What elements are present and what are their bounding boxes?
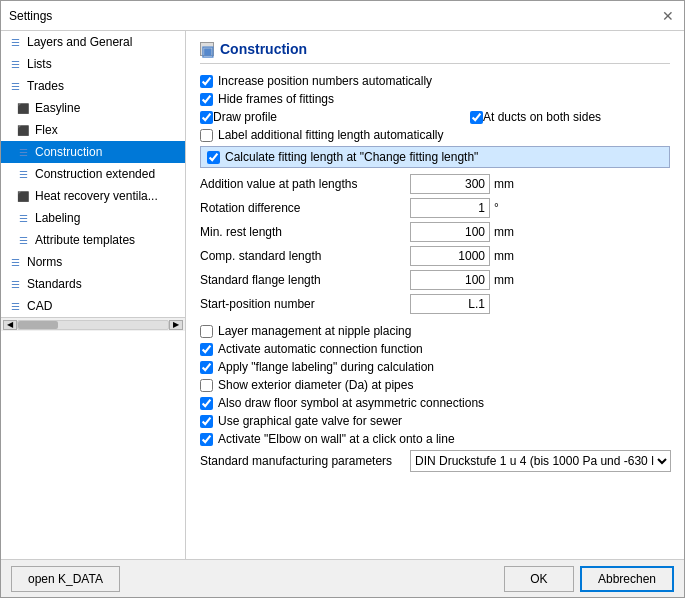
cb2-input[interactable] [200,93,213,106]
settings-window: Settings ✕ ☰Layers and General☰Lists☰Tra… [0,0,685,598]
cb11-input[interactable] [200,415,213,428]
sidebar-item-standards[interactable]: ☰Standards [1,273,185,295]
cb11-label: Use graphical gate valve for sewer [218,414,402,428]
cb3b-label: At ducts on both sides [483,110,601,124]
panel-title: ▣ Construction [200,41,670,64]
sidebar-icon-easyline: ⬛ [15,100,31,116]
sidebar-scrollbar[interactable]: ◀ ▶ [1,317,185,331]
open-kdata-button[interactable]: open K_DATA [11,566,120,592]
cb9-input[interactable] [200,379,213,392]
value-input-vr3[interactable] [410,222,490,242]
cb3-input[interactable] [200,111,213,124]
sidebar: ☰Layers and General☰Lists☰Trades⬛Easylin… [1,31,186,559]
sidebar-icon-cad: ☰ [7,298,23,314]
sidebar-label-easyline: Easyline [35,101,80,115]
at-ducts-right: At ducts on both sides [470,110,601,124]
cb2-label: Hide frames of fittings [218,92,334,106]
sidebar-item-heat-recovery[interactable]: ⬛Heat recovery ventila... [1,185,185,207]
scrollbar-right-btn[interactable]: ▶ [169,320,183,330]
sidebar-icon-trades: ☰ [7,78,23,94]
sidebar-item-layers-general[interactable]: ☰Layers and General [1,31,185,53]
sidebar-label-flex: Flex [35,123,58,137]
sidebar-item-norms[interactable]: ☰Norms [1,251,185,273]
value-input-vr4[interactable] [410,246,490,266]
value-row-label-vr5: Standard flange length [200,273,410,287]
value-unit-vr5: mm [494,273,514,287]
sidebar-label-construction: Construction [35,145,102,159]
sidebar-label-standards: Standards [27,277,82,291]
scrollbar-track[interactable] [17,320,169,330]
sidebar-icon-flex: ⬛ [15,122,31,138]
cb1-input[interactable] [200,75,213,88]
sidebar-icon-attribute-templates: ☰ [15,232,31,248]
sidebar-item-cad[interactable]: ☰CAD [1,295,185,317]
checkbox-row-cb11: Use graphical gate valve for sewer [200,414,670,428]
sidebar-item-attribute-templates[interactable]: ☰Attribute templates [1,229,185,251]
title-bar: Settings ✕ [1,1,684,31]
cb6-label: Layer management at nipple placing [218,324,411,338]
value-unit-vr1: mm [494,177,514,191]
highlight-row: Calculate fitting length at "Change fitt… [200,146,670,168]
sidebar-label-construction-extended: Construction extended [35,167,155,181]
draw-profile-left: Draw profile [200,110,450,124]
checkbox-row-4: Label additional fitting length automati… [200,128,670,142]
sidebar-icon-construction-extended: ☰ [15,166,31,182]
cb12-input[interactable] [200,433,213,446]
value-row-vr2: Rotation difference ° [200,198,670,218]
value-row-vr1: Addition value at path lengths mm [200,174,670,194]
checkbox-inline-pair: Draw profile At ducts on both sides [200,110,670,124]
sidebar-icon-layers-general: ☰ [7,34,23,50]
checkbox-row-cb8: Apply "flange labeling" during calculati… [200,360,670,374]
cb4-input[interactable] [200,129,213,142]
ok-button[interactable]: OK [504,566,574,592]
sidebar-label-layers-general: Layers and General [27,35,132,49]
sidebar-item-trades[interactable]: ☰Trades [1,75,185,97]
cb5-input[interactable] [207,151,220,164]
cb6-input[interactable] [200,325,213,338]
sidebar-item-easyline[interactable]: ⬛Easyline [1,97,185,119]
cb4-label: Label additional fitting length automati… [218,128,443,142]
cb7-input[interactable] [200,343,213,356]
value-row-vr5: Standard flange length mm [200,270,670,290]
main-content: ☰Layers and General☰Lists☰Trades⬛Easylin… [1,31,684,559]
cb10-input[interactable] [200,397,213,410]
value-input-vr5[interactable] [410,270,490,290]
scrollbar-thumb[interactable] [18,321,58,329]
cb9-label: Show exterior diameter (Da) at pipes [218,378,413,392]
cb5-label: Calculate fitting length at "Change fitt… [225,150,478,164]
window-title: Settings [9,9,52,23]
sidebar-item-construction-extended[interactable]: ☰Construction extended [1,163,185,185]
checkbox-row-cb10: Also draw floor symbol at asymmetric con… [200,396,670,410]
cb1-label: Increase position numbers automatically [218,74,432,88]
panel-title-text: Construction [220,41,307,57]
sidebar-item-lists[interactable]: ☰Lists [1,53,185,75]
value-input-vr6[interactable] [410,294,490,314]
sidebar-icon-labeling: ☰ [15,210,31,226]
sidebar-item-construction[interactable]: ☰Construction [1,141,185,163]
sidebar-label-attribute-templates: Attribute templates [35,233,135,247]
sidebar-item-flex[interactable]: ⬛Flex [1,119,185,141]
sidebar-label-heat-recovery: Heat recovery ventila... [35,189,158,203]
checkbox-row-cb7: Activate automatic connection function [200,342,670,356]
content-panel: ▣ Construction Increase position numbers… [186,31,684,559]
sidebar-label-norms: Norms [27,255,62,269]
sidebar-item-labeling[interactable]: ☰Labeling [1,207,185,229]
cb8-label: Apply "flange labeling" during calculati… [218,360,434,374]
cb7-label: Activate automatic connection function [218,342,423,356]
value-row-label-vr3: Min. rest length [200,225,410,239]
cb8-input[interactable] [200,361,213,374]
scrollbar-left-btn[interactable]: ◀ [3,320,17,330]
cb3b-input[interactable] [470,111,483,124]
value-input-vr1[interactable] [410,174,490,194]
cb3-label: Draw profile [213,110,277,124]
checkbox-row-cb12: Activate "Elbow on wall" at a click onto… [200,432,670,446]
close-button[interactable]: ✕ [660,8,676,24]
panel-title-icon: ▣ [200,42,214,56]
value-input-vr2[interactable] [410,198,490,218]
value-row-label-vr1: Addition value at path lengths [200,177,410,191]
footer-left: open K_DATA [11,566,504,592]
cancel-button[interactable]: Abbrechen [580,566,674,592]
value-row-vr4: Comp. standard length mm [200,246,670,266]
manufacturing-params-select[interactable]: DIN Druckstufe 1 u 4 (bis 1000 Pa und -6… [410,450,671,472]
sidebar-icon-heat-recovery: ⬛ [15,188,31,204]
